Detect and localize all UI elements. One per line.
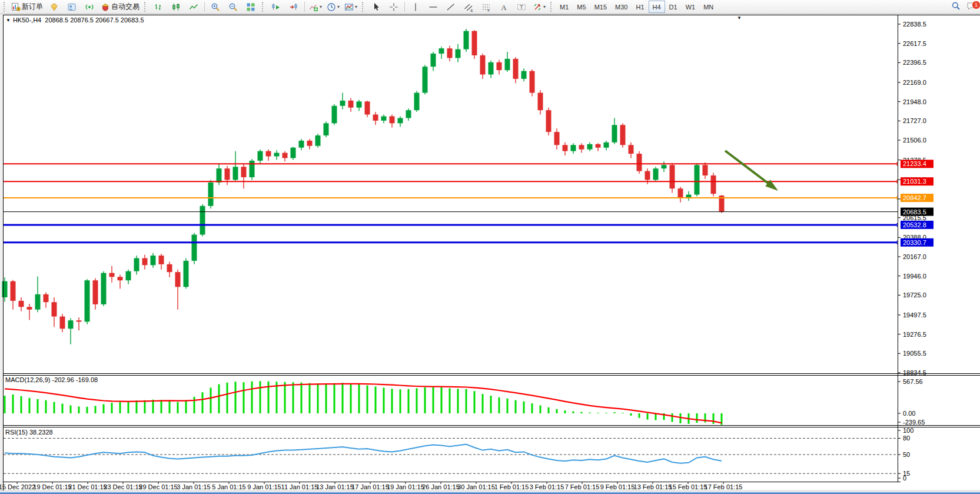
timeframe-button-mn[interactable]: MN (699, 1, 717, 13)
svg-text:0.00: 0.00 (903, 410, 915, 417)
autotrading-button[interactable]: 自动交易 (98, 1, 142, 14)
svg-text:21 Dec 01:15: 21 Dec 01:15 (68, 483, 107, 490)
cursor-button[interactable] (367, 1, 385, 14)
dropdown-caret-icon[interactable]: ▾ (320, 5, 322, 9)
trading-app-window: 新订单自动交易▾▾▾EFAT▾M1M5M15M30H1H4D1W1MN1 228… (0, 0, 980, 494)
horizontal-line-button[interactable] (424, 1, 442, 14)
arrows-icon (533, 2, 542, 12)
svg-text:567.56: 567.56 (903, 378, 923, 385)
macd-indicator-label: MACD(12,26,9) -202.96 -169.08 (5, 376, 98, 383)
svg-text:13 Feb 01:15: 13 Feb 01:15 (634, 483, 672, 490)
svg-text:19725.0: 19725.0 (903, 291, 926, 299)
text-label-button[interactable]: T (513, 1, 530, 14)
vline-icon (411, 2, 420, 12)
gem-icon (49, 2, 59, 12)
toolbar-grip (362, 2, 365, 12)
bars-icon (154, 2, 163, 12)
styler-button[interactable] (45, 1, 63, 14)
dropdown-caret-icon[interactable]: ▾ (355, 5, 357, 9)
svg-text:50: 50 (903, 451, 910, 458)
svg-text:20532.8: 20532.8 (903, 221, 926, 228)
clock-icon (327, 2, 336, 12)
dropdown-caret-icon[interactable]: ▾ (543, 5, 546, 9)
templates-button[interactable]: ▾ (342, 1, 360, 14)
svg-text:E: E (471, 8, 473, 12)
svg-text:29 Dec 01:15: 29 Dec 01:15 (139, 483, 177, 490)
svg-text:21233.4: 21233.4 (903, 160, 926, 167)
zoom-in-button[interactable] (207, 1, 224, 14)
vertical-line-button[interactable] (407, 1, 424, 14)
svg-text:19946.0: 19946.0 (903, 273, 926, 280)
svg-text:3 Jan 01:15: 3 Jan 01:15 (177, 483, 211, 490)
svg-text:20683.5: 20683.5 (903, 208, 926, 215)
rsi-indicator-label: RSI(15) 38.2328 (5, 429, 53, 436)
bar-chart-button[interactable] (150, 1, 167, 14)
cursor-icon (371, 2, 381, 12)
new-order-button[interactable]: 新订单 (9, 1, 45, 14)
fibonacci-button[interactable]: F (477, 1, 495, 14)
timeframe-button-w1[interactable]: W1 (682, 1, 700, 13)
periods-button[interactable]: ▾ (324, 1, 342, 14)
chart-shift-button[interactable] (285, 1, 303, 14)
tiles-icon (246, 2, 255, 12)
profile-button[interactable] (63, 1, 81, 14)
tile-windows-button[interactable] (242, 1, 260, 14)
svg-text:21727.0: 21727.0 (903, 117, 926, 124)
signals-button[interactable] (81, 1, 98, 14)
text-button[interactable]: A (495, 1, 513, 14)
toolbar-grip (550, 2, 553, 12)
svg-text:22838.5: 22838.5 (903, 21, 926, 28)
svg-text:21506.0: 21506.0 (903, 137, 926, 144)
svg-text:22169.0: 22169.0 (903, 79, 926, 86)
svg-text:19276.5: 19276.5 (903, 331, 926, 338)
new-order-icon (11, 2, 21, 12)
current-price-label: 20683.5 (901, 208, 934, 216)
indicators-button[interactable]: ▾ (307, 1, 324, 14)
toolbar-grip (144, 2, 147, 12)
svg-text:19055.5: 19055.5 (903, 350, 926, 357)
svg-text:19497.5: 19497.5 (903, 311, 926, 319)
zoom-out-button[interactable] (224, 1, 242, 14)
zoom-out-icon (228, 2, 238, 12)
chart-expand-icon[interactable]: ▼ (6, 18, 11, 23)
timeframe-button-d1[interactable]: D1 (665, 1, 682, 13)
timeframe-button-m30[interactable]: M30 (611, 1, 632, 13)
line-chart-icon (189, 2, 198, 12)
search-button[interactable] (948, 1, 964, 13)
svg-text:23 Dec 01:15: 23 Dec 01:15 (104, 483, 142, 490)
chart-canvas: 22838.522617.522396.522169.021948.021727… (0, 0, 980, 494)
line-chart-button[interactable] (185, 1, 202, 14)
price-line-label: 20532.8 (901, 221, 934, 229)
crosshair-button[interactable] (385, 1, 403, 14)
svg-text:9 Jan 01:15: 9 Jan 01:15 (247, 483, 281, 490)
crosshair-icon (389, 2, 398, 12)
signal-icon (85, 2, 94, 12)
main-toolbar: 新订单自动交易▾▾▾EFAT▾M1M5M15M30H1H4D1W1MN1 (0, 0, 980, 14)
equidistant-channel-button[interactable]: E (460, 1, 477, 14)
text-label-icon: T (517, 2, 526, 12)
dropdown-caret-icon[interactable]: ▾ (337, 5, 340, 9)
candles-icon (171, 2, 181, 12)
svg-text:22396.5: 22396.5 (903, 59, 926, 66)
autotrade-icon (101, 2, 110, 12)
timeframe-button-h4[interactable]: H4 (649, 1, 665, 13)
auto-scroll-button[interactable] (267, 1, 285, 14)
svg-text:19 Dec 01:15: 19 Dec 01:15 (33, 483, 71, 490)
chart-background (3, 15, 980, 490)
candlestick-chart-button[interactable] (167, 1, 185, 14)
svg-text:15 Feb 01:15: 15 Feb 01:15 (669, 483, 707, 490)
svg-text:20330.7: 20330.7 (903, 239, 926, 246)
trendline-button[interactable] (442, 1, 460, 14)
toolbar-separator (204, 2, 205, 12)
price-line-label: 21233.4 (901, 160, 934, 168)
timeframe-button-m1[interactable]: M1 (556, 1, 573, 13)
svg-text:15 Dec 2022: 15 Dec 2022 (0, 483, 35, 490)
timeframe-button-m5[interactable]: M5 (573, 1, 590, 13)
arrows-button[interactable]: ▾ (530, 1, 548, 14)
chart-menu-arrow-icon[interactable]: ▼ (737, 15, 742, 21)
svg-text:1 Feb 01:15: 1 Feb 01:15 (494, 483, 529, 490)
auto-scroll-icon (271, 2, 281, 12)
timeframe-button-h1[interactable]: H1 (632, 1, 648, 13)
timeframe-button-m15[interactable]: M15 (590, 1, 611, 13)
community-button[interactable]: 1 (964, 1, 979, 13)
